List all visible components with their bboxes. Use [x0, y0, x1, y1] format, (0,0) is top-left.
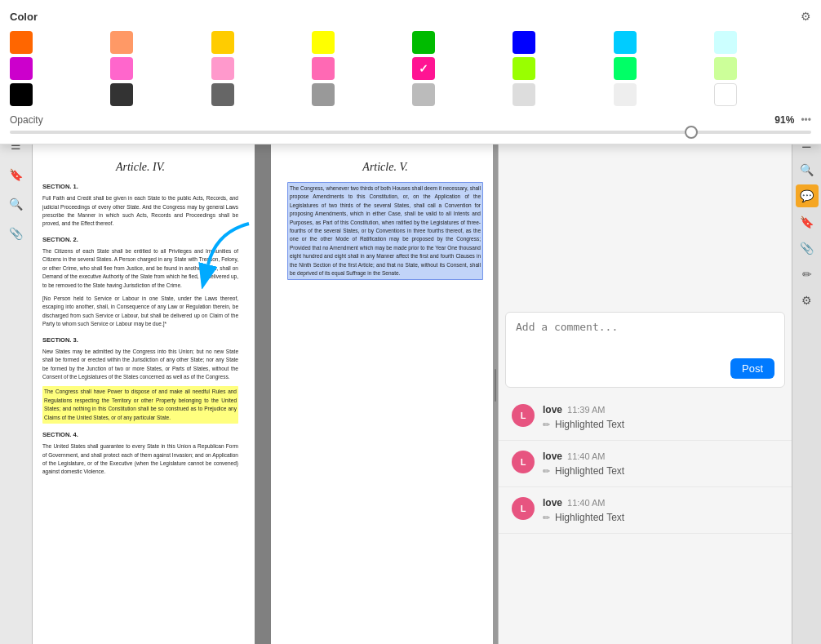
comments-area: Post L love 11:39 AM ✏ Highlighted Text	[499, 305, 792, 644]
comment-user-1: love	[543, 404, 562, 415]
color-swatch-hotpink[interactable]	[312, 57, 335, 80]
comment-user-3: love	[543, 497, 562, 509]
avatar-3: L	[512, 497, 535, 520]
highlight-icon-2: ✏	[543, 466, 550, 477]
gear-icon[interactable]: ⚙	[801, 10, 811, 23]
pdf-content[interactable]: Article. IV. SECTION. 1. Full Faith and …	[33, 126, 493, 644]
color-swatch-deeppink[interactable]	[412, 57, 435, 80]
sidebar-btn-4[interactable]: 📎	[3, 220, 29, 246]
color-swatch-gold[interactable]	[211, 31, 234, 54]
color-picker-header: Color ⚙	[10, 10, 811, 23]
color-swatch-mint[interactable]	[614, 57, 637, 80]
section-2-bracket-text: [No Person held to Service or Labour in …	[42, 295, 238, 329]
color-swatch-green[interactable]	[412, 31, 435, 54]
comment-item-3: L love 11:40 AM ✏ Highlighted Text	[499, 487, 792, 534]
opacity-slider-container	[10, 131, 811, 134]
sidebar-btn-2[interactable]: 🔖	[3, 162, 29, 188]
right-bar-btn-2[interactable]: 🔍	[796, 158, 819, 181]
section-2-text: The Citizens of each State shall be enti…	[42, 247, 238, 290]
post-comment-button[interactable]: Post	[730, 358, 774, 379]
comment-text-2: ✏ Highlighted Text	[543, 465, 779, 477]
section-3-text: New States may be admitted by the Congre…	[42, 348, 238, 382]
article-v-highlighted: The Congress, whenever two thirds of bot…	[287, 182, 483, 280]
section-3-header: SECTION. 3.	[42, 335, 238, 344]
avatar-2: L	[512, 451, 535, 473]
color-swatch-palepink[interactable]	[211, 57, 234, 80]
comment-input-field[interactable]	[516, 321, 774, 353]
comment-body-2: love 11:40 AM ✏ Highlighted Text	[543, 451, 779, 477]
right-panel: Color ⚙	[498, 126, 792, 644]
page-title-left: Article. IV.	[42, 158, 238, 175]
opacity-slider[interactable]	[10, 131, 811, 134]
color-swatch-lightgreen[interactable]	[714, 57, 737, 80]
comment-time-2: 11:40 AM	[567, 451, 605, 461]
pdf-page-left: Article. IV. SECTION. 1. Full Faith and …	[33, 142, 255, 644]
right-bar-comments-button[interactable]: 💬	[796, 184, 819, 207]
opacity-more-button[interactable]: •••	[801, 114, 811, 126]
color-swatch-white[interactable]	[714, 83, 737, 106]
page-title-right: Article. V.	[287, 158, 483, 175]
color-swatch-lightgray[interactable]	[412, 83, 435, 106]
highlight-icon-1: ✏	[543, 420, 550, 430]
section-4-header: SECTION. 4.	[42, 430, 238, 439]
opacity-section: Opacity 91% •••	[10, 114, 811, 134]
comment-time-3: 11:40 AM	[567, 498, 605, 508]
color-picker-popup: Color ⚙	[0, 0, 821, 144]
color-swatch-black[interactable]	[10, 83, 33, 106]
comment-user-2: love	[543, 451, 562, 462]
comment-text-1: ✏ Highlighted Text	[543, 419, 779, 430]
color-picker-title: Color	[10, 11, 38, 23]
right-bar-btn-4[interactable]: 🔖	[796, 211, 819, 233]
sidebar-btn-3[interactable]: 🔍	[3, 191, 29, 217]
color-grid	[10, 31, 811, 106]
color-swatch-silver[interactable]	[513, 83, 535, 106]
comment-body-1: love 11:39 AM ✏ Highlighted Text	[543, 404, 779, 430]
color-swatch-darkgray[interactable]	[110, 83, 133, 106]
right-bar-btn-7[interactable]: ⚙	[796, 289, 819, 312]
right-bar-btn-6[interactable]: ✏	[796, 263, 819, 286]
color-swatch-nearwhite[interactable]	[614, 83, 637, 106]
comment-text-3: ✏ Highlighted Text	[543, 512, 779, 523]
comment-time-1: 11:39 AM	[567, 405, 605, 415]
color-swatch-gray[interactable]	[211, 83, 234, 106]
color-swatch-orange[interactable]	[10, 31, 33, 54]
comment-header-1: love 11:39 AM	[543, 404, 779, 415]
color-swatch-lightpink[interactable]	[110, 57, 133, 80]
color-swatch-lightcyan[interactable]	[714, 31, 737, 54]
section-1-header: SECTION. 1.	[42, 182, 238, 191]
comment-header-3: love 11:40 AM	[543, 497, 779, 509]
avatar-1: L	[512, 404, 535, 427]
comment-item-1: L love 11:39 AM ✏ Highlighted Text	[499, 394, 792, 441]
highlight-icon-3: ✏	[543, 513, 550, 523]
comment-item-2: L love 11:40 AM ✏ Highlighted Text	[499, 441, 792, 487]
section-4-text: The United States shall guarantee to eve…	[42, 442, 238, 477]
color-swatch-blue[interactable]	[513, 31, 535, 54]
color-swatch-cyan[interactable]	[614, 31, 637, 54]
left-sidebar: ☰ 🔖 🔍 📎	[0, 126, 33, 644]
main-area: ☰ 🔖 🔍 📎 Article. IV. SECTION. 1. Full Fa…	[0, 126, 821, 644]
color-swatch-lime[interactable]	[513, 57, 535, 80]
color-swatch-magenta[interactable]	[10, 57, 33, 80]
opacity-label: Opacity	[10, 114, 43, 126]
pdf-pages: Article. IV. SECTION. 1. Full Faith and …	[33, 142, 493, 628]
right-icon-bar: ☰ 🔍 💬 🔖 📎 ✏ ⚙	[792, 126, 821, 644]
color-swatch-yellow[interactable]	[312, 31, 335, 54]
section-1-text: Full Faith and Credit shall be given in …	[42, 194, 238, 229]
right-bar-btn-5[interactable]: 📎	[796, 237, 819, 260]
section-3-highlighted: The Congress shall have Power to dispose…	[42, 386, 238, 424]
pdf-page-right: Article. V. The Congress, whenever two t…	[271, 142, 493, 644]
comment-input-area: Post	[505, 312, 785, 388]
opacity-value: 91%	[774, 114, 794, 126]
comment-header-2: love 11:40 AM	[543, 451, 779, 462]
section-2-header: SECTION. 2.	[42, 235, 238, 244]
comment-body-3: love 11:40 AM ✏ Highlighted Text	[543, 497, 779, 523]
opacity-header: Opacity 91% •••	[10, 114, 811, 126]
opacity-thumb[interactable]	[685, 126, 698, 139]
color-swatch-medgray[interactable]	[312, 83, 335, 106]
color-swatch-lightorange[interactable]	[110, 31, 133, 54]
